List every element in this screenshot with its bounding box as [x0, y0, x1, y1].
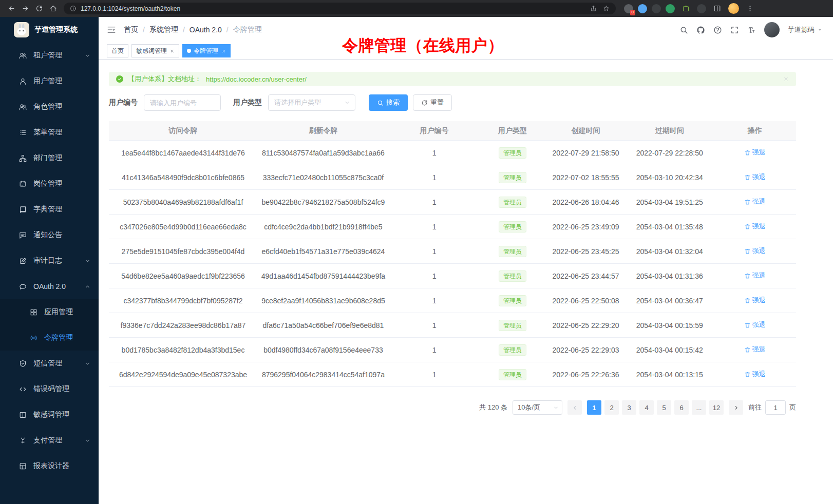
user-id-input[interactable]	[144, 94, 221, 111]
force-logout-button[interactable]: 强退	[744, 370, 766, 379]
force-logout-button[interactable]: 强退	[744, 148, 766, 157]
breadcrumb-item[interactable]: 系统管理	[149, 25, 178, 34]
extensions-puzzle-icon[interactable]	[679, 2, 692, 15]
reset-button[interactable]: 重置	[413, 94, 452, 111]
force-logout-button[interactable]: 强退	[744, 345, 766, 354]
tab-sensitive-word[interactable]: 敏感词管理	[131, 44, 179, 57]
close-alert-icon[interactable]	[783, 76, 789, 82]
access-token-cell: 6d842e2924594de9a09e45e087323abe	[109, 371, 257, 379]
extension-icon[interactable]	[697, 4, 706, 13]
search-button[interactable]: 搜索	[369, 94, 408, 111]
sidebar-item-post[interactable]: 岗位管理	[0, 171, 99, 197]
user-type-cell: 管理员	[479, 246, 546, 257]
page-size-select[interactable]: 10条/页	[513, 400, 562, 415]
font-size-icon[interactable]	[747, 26, 756, 34]
force-logout-button[interactable]: 强退	[744, 246, 766, 256]
force-logout-button[interactable]: 强退	[744, 320, 766, 329]
page-button-3[interactable]: 3	[622, 400, 636, 415]
page-button-5[interactable]: 5	[657, 400, 671, 415]
header-actions: 芋道源码	[679, 22, 823, 37]
trash-icon	[744, 174, 751, 181]
refresh-token-cell: 9ce8ef2aa9f14056b831ae9b608e28d5	[257, 297, 389, 305]
goto-page-input[interactable]	[765, 400, 786, 415]
user-type-select[interactable]: 请选择用户类型	[268, 94, 355, 111]
app-icon	[30, 308, 37, 316]
user-avatar[interactable]	[764, 22, 780, 37]
sidebar-item-error-code[interactable]: 错误码管理	[0, 376, 99, 402]
page-button-6[interactable]: 6	[674, 400, 689, 415]
column-header: 访问令牌	[109, 126, 257, 135]
force-logout-button[interactable]: 强退	[744, 271, 766, 280]
search-icon[interactable]	[679, 26, 688, 34]
sidebar-item-report-designer[interactable]: 报表设计器	[0, 453, 99, 479]
force-logout-label: 强退	[752, 222, 766, 231]
sidebar-item-label: 字典管理	[33, 205, 90, 214]
sidebar-item-label: 应用管理	[44, 307, 90, 317]
github-icon[interactable]	[696, 26, 705, 34]
doc-link[interactable]: https://doc.iocoder.cn/user-center/	[206, 75, 307, 83]
page-ellipsis[interactable]: ...	[692, 400, 706, 415]
browser-forward-button[interactable]	[19, 2, 32, 15]
sidebar-item-audit-log[interactable]: 审计日志	[0, 248, 99, 274]
fullscreen-icon[interactable]	[730, 26, 739, 34]
close-tab-icon[interactable]	[170, 49, 175, 53]
app-logo[interactable]: 芋道管理系统	[0, 17, 99, 43]
address-bar[interactable]: 127.0.0.1:1024/system/oauth2/token	[64, 3, 616, 14]
tab-oauth2-token[interactable]: 令牌管理	[182, 44, 231, 57]
extension-icon[interactable]	[666, 4, 675, 13]
force-logout-button[interactable]: 强退	[744, 197, 766, 206]
user-type-badge: 管理员	[499, 172, 526, 183]
share-icon[interactable]	[590, 5, 597, 12]
browser-home-button[interactable]	[47, 2, 60, 15]
force-logout-button[interactable]: 强退	[744, 172, 766, 182]
user-menu[interactable]: 芋道源码	[788, 25, 823, 34]
next-page-button[interactable]	[729, 400, 743, 415]
collapse-sidebar-button[interactable]	[107, 25, 116, 34]
browser-back-button[interactable]	[5, 2, 18, 15]
extension-icon[interactable]	[652, 4, 661, 13]
page-button-4[interactable]: 4	[639, 400, 654, 415]
force-logout-button[interactable]: 强退	[744, 296, 766, 305]
sidebar-item-oauth2-application[interactable]: 应用管理	[0, 299, 99, 325]
doc-alert: 【用户体系】文档地址： https://doc.iocoder.cn/user-…	[109, 72, 796, 86]
sidebar-item-oauth2[interactable]: OAuth 2.0	[0, 274, 99, 299]
tab-label: 敏感词管理	[136, 47, 167, 55]
breadcrumb-item[interactable]: 首页	[124, 25, 138, 34]
sidebar-item-pay[interactable]: 支付管理	[0, 428, 99, 453]
sidebar-item-user[interactable]: 用户管理	[0, 68, 99, 94]
sidebar-item-role[interactable]: 角色管理	[0, 94, 99, 120]
page-button-12[interactable]: 12	[709, 400, 724, 415]
list-icon	[19, 129, 27, 137]
sidebar-item-menu[interactable]: 菜单管理	[0, 120, 99, 145]
sidebar-item-dict[interactable]: 字典管理	[0, 197, 99, 222]
browser-reload-button[interactable]	[33, 2, 46, 15]
page-button-2[interactable]: 2	[604, 400, 619, 415]
sidebar-item-sms[interactable]: 短信管理	[0, 351, 99, 376]
sidebar-item-notice[interactable]: 通知公告	[0, 222, 99, 248]
breadcrumb-separator: /	[226, 26, 229, 34]
site-info-icon[interactable]	[70, 5, 77, 12]
tab-home[interactable]: 首页	[107, 44, 128, 57]
user-id-cell: 1	[389, 149, 479, 157]
expire-time-cell: 2054-03-04 00:15:42	[626, 346, 713, 354]
split-view-icon[interactable]	[711, 2, 724, 15]
close-tab-icon[interactable]	[221, 49, 226, 53]
total-count: 共 120 条	[479, 403, 507, 412]
extension-icon[interactable]	[638, 4, 647, 13]
browser-profile-avatar[interactable]	[728, 3, 739, 14]
sidebar-item-dept[interactable]: 部门管理	[0, 145, 99, 171]
page-button-1[interactable]: 1	[587, 400, 601, 415]
sidebar-item-sensitive-word[interactable]: 敏感词管理	[0, 402, 99, 428]
sidebar-item-tenant[interactable]: 租户管理	[0, 43, 99, 68]
bookmark-star-icon[interactable]	[603, 5, 610, 12]
users-icon	[19, 103, 27, 111]
create-time-cell: 2022-06-25 22:26:36	[546, 371, 626, 379]
extension-icon[interactable]: 0	[624, 4, 633, 13]
browser-menu-button[interactable]	[744, 2, 756, 15]
prev-page-button[interactable]	[567, 400, 582, 415]
breadcrumb-item[interactable]: OAuth 2.0	[190, 26, 222, 34]
force-logout-button[interactable]: 强退	[744, 222, 766, 231]
help-icon[interactable]	[713, 26, 722, 34]
sidebar-item-oauth2-token[interactable]: 令牌管理	[0, 325, 99, 351]
chevron-down-icon	[85, 53, 90, 59]
